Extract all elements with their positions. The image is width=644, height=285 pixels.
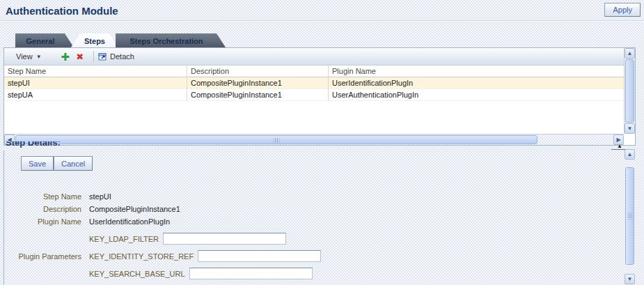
description-value: CompositePluginInstance1: [89, 205, 180, 213]
details-vscroll-track[interactable]: [625, 160, 636, 274]
tab-general[interactable]: General: [15, 33, 74, 47]
cancel-button[interactable]: Cancel: [54, 156, 93, 171]
cell-plugin-name[interactable]: UserIdentificationPlugIn: [329, 77, 624, 89]
scroll-up-icon[interactable]: ▲: [625, 149, 635, 160]
cell-description[interactable]: CompositePluginInstance1: [187, 77, 329, 89]
detach-label: Detach: [110, 52, 134, 61]
scroll-grip: [627, 213, 632, 219]
detach-icon: [98, 52, 107, 61]
steps-table: Step Name Description Plugin Name stepUI…: [4, 66, 624, 134]
scroll-grip: [274, 138, 280, 143]
view-menu-button[interactable]: View ▼: [13, 51, 45, 62]
tab-bar: General Steps Steps Orchestration: [15, 33, 226, 47]
panel-splitter[interactable]: ▲: [0, 146, 644, 151]
step-details-heading: Step Details:: [6, 141, 61, 150]
scroll-down-icon[interactable]: ▼: [625, 274, 635, 284]
key-identity-store-ref-label: KEY_IDENTITY_STORE_REF: [89, 252, 194, 261]
table-hscroll-track[interactable]: [15, 134, 613, 145]
plugin-name-label: Plugin Name: [0, 217, 81, 226]
key-search-base-url-input[interactable]: [189, 268, 313, 279]
field-row-plugin-name: Plugin Name UserIdentificationPlugIn: [0, 217, 170, 226]
table-vertical-scrollbar[interactable]: ▲ ▼: [624, 48, 635, 134]
table-vscroll-thumb[interactable]: [625, 59, 634, 123]
key-ldap-filter-input[interactable]: [163, 233, 286, 245]
cell-step-name[interactable]: stepUA: [4, 89, 187, 101]
chevron-down-icon: ▼: [36, 54, 42, 60]
step-name-value: stepUI: [89, 192, 111, 201]
column-header-step-name[interactable]: Step Name: [4, 66, 187, 77]
step-name-label: Step Name: [0, 192, 81, 201]
cell-step-name[interactable]: stepUI: [4, 77, 187, 89]
param-row-ldap-filter: KEY_LDAP_FILTER: [0, 233, 286, 245]
details-vscroll-thumb[interactable]: [625, 167, 634, 265]
view-menu-label: View: [16, 52, 33, 61]
detach-button[interactable]: Detach: [98, 52, 134, 61]
key-ldap-filter-label: KEY_LDAP_FILTER: [89, 235, 159, 243]
save-button[interactable]: Save: [21, 156, 54, 171]
table-row-stepui[interactable]: stepUI CompositePluginInstance1 UserIden…: [4, 77, 624, 89]
field-row-step-name: Step Name stepUI: [0, 192, 111, 201]
tab-steps-orchestration[interactable]: Steps Orchestration: [116, 33, 226, 47]
table-horizontal-scrollbar[interactable]: ◀ ▶: [4, 134, 624, 145]
param-row-search-base-url: KEY_SEARCH_BASE_URL: [0, 268, 313, 279]
key-search-base-url-label: KEY_SEARCH_BASE_URL: [89, 270, 185, 278]
tab-steps[interactable]: Steps: [71, 33, 118, 47]
param-row-identity-store: Plugin Parameters KEY_IDENTITY_STORE_REF: [0, 250, 321, 262]
table-hscroll-thumb[interactable]: [15, 135, 537, 144]
cell-plugin-name[interactable]: UserAuthenticationPlugIn: [329, 89, 624, 101]
page-title: Authentication Module: [6, 5, 118, 17]
description-label: Description: [0, 205, 81, 213]
add-step-button[interactable]: ✚: [61, 52, 70, 62]
delete-step-button[interactable]: ✖: [76, 52, 84, 61]
apply-button[interactable]: Apply: [604, 3, 641, 17]
steps-table-panel: View ▼ ✚ ✖ Detach ▲ ▼ Step Name Descript…: [3, 47, 636, 146]
table-header-row: Step Name Description Plugin Name: [4, 66, 624, 77]
toolbar-divider: [93, 51, 94, 62]
details-vertical-scrollbar[interactable]: ▲ ▼: [625, 149, 636, 284]
scroll-down-icon[interactable]: ▼: [625, 123, 635, 134]
column-header-plugin-name[interactable]: Plugin Name: [329, 66, 624, 77]
column-header-description[interactable]: Description: [187, 66, 329, 77]
table-row-stepua[interactable]: stepUA CompositePluginInstance1 UserAuth…: [4, 89, 624, 101]
scroll-up-icon[interactable]: ▲: [625, 48, 635, 59]
field-row-description: Description CompositePluginInstance1: [0, 205, 180, 213]
authentication-module-page: { "page": { "title": "Authentication Mod…: [0, 0, 644, 285]
plugin-parameters-label: Plugin Parameters: [0, 252, 81, 261]
cell-description[interactable]: CompositePluginInstance1: [187, 89, 329, 101]
header-divider: [0, 20, 644, 22]
key-identity-store-ref-input[interactable]: [198, 250, 321, 262]
table-vscroll-track[interactable]: [625, 59, 635, 123]
plugin-name-value: UserIdentificationPlugIn: [89, 217, 170, 226]
table-toolbar: View ▼ ✚ ✖ Detach: [4, 48, 624, 66]
